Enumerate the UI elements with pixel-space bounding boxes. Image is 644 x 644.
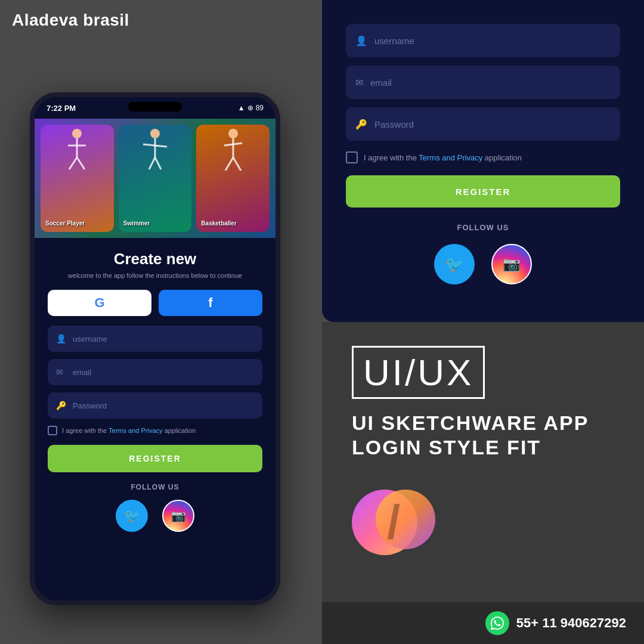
- banner-card-swimmer: Swimmer: [119, 125, 192, 232]
- zoomed-instagram-icon: 📷: [503, 256, 521, 273]
- zoomed-user-icon: 👤: [355, 35, 367, 47]
- svg-line-3: [69, 157, 77, 169]
- phone-banner: Soccer Player Swimmer: [35, 119, 275, 238]
- zoomed-username-field[interactable]: 👤 username: [346, 24, 620, 57]
- zoomed-email-field[interactable]: ✉ email: [346, 66, 620, 99]
- svg-line-9: [155, 157, 161, 169]
- banner-label-basketball: Basketballer: [201, 220, 236, 227]
- zoomed-twitter-button[interactable]: 🐦: [434, 244, 475, 284]
- zoomed-username-placeholder: username: [374, 36, 414, 46]
- svg-line-12: [224, 143, 242, 145]
- terms-checkbox[interactable]: [48, 426, 57, 435]
- banner-cards: Soccer Player Swimmer: [35, 119, 275, 238]
- zoomed-terms-checkbox[interactable]: [346, 151, 358, 163]
- whatsapp-number: 55+ 11 940627292: [516, 615, 626, 631]
- facebook-icon: f: [208, 295, 212, 311]
- app-title: UI SKETCHWARE APP LOGIN STYLE FIT: [352, 411, 614, 460]
- whatsapp-bar: 55+ 11 940627292: [322, 602, 644, 644]
- phone-notch: [128, 102, 182, 112]
- twitter-icon: 🐦: [124, 508, 140, 524]
- zoomed-password-field[interactable]: 🔑 Password: [346, 107, 620, 141]
- banner-card-soccer: Soccer Player: [41, 125, 114, 232]
- svg-line-7: [143, 144, 167, 147]
- user-icon: 👤: [56, 334, 67, 343]
- register-button[interactable]: REGISTER: [48, 445, 262, 472]
- phone-subtitle: welcome to the app follow the instructio…: [48, 272, 262, 279]
- username-placeholder: username: [73, 335, 107, 343]
- zoomed-email-icon: ✉: [355, 77, 363, 88]
- banner-label-soccer: Soccer Player: [45, 220, 85, 227]
- zoomed-terms-link[interactable]: Terms and Privacy: [419, 153, 482, 162]
- phone-mockup: 7:22 PM ▲ ⊕ 89: [30, 92, 280, 605]
- zoomed-follow-label: FOLLOW US: [346, 223, 620, 232]
- zoomed-twitter-icon: 🐦: [445, 255, 464, 274]
- signal-icon: ▲: [238, 104, 245, 112]
- social-login-buttons: G f: [48, 290, 262, 316]
- figure-soccer: [62, 128, 92, 175]
- brand-title: Aladeva brasil: [12, 11, 129, 30]
- whatsapp-icon: [485, 611, 509, 635]
- battery-icon: 89: [256, 104, 264, 112]
- figure-basketball: [218, 128, 248, 175]
- create-title: Create new: [48, 250, 262, 268]
- sketchware-logo: [352, 484, 435, 567]
- phone-time: 7:22 PM: [47, 104, 76, 113]
- banner-card-basketball: Basketballer: [196, 125, 270, 232]
- phone-status-icons: ▲ ⊕ 89: [238, 104, 264, 112]
- google-login-button[interactable]: G: [48, 290, 151, 316]
- instagram-icon: 📷: [171, 509, 186, 523]
- follow-us-label: FOLLOW US: [48, 483, 262, 491]
- email-placeholder: email: [73, 368, 91, 377]
- password-placeholder: Password: [73, 401, 107, 410]
- zoomed-terms-text: I agree with the Terms and Privacy appli…: [364, 153, 522, 162]
- svg-line-4: [77, 157, 85, 169]
- phone-frame: 7:22 PM ▲ ⊕ 89: [30, 92, 280, 605]
- figure-swimmer: [140, 128, 170, 175]
- password-field[interactable]: 🔑 Password: [48, 392, 262, 419]
- ui-ux-title: UI/UX: [363, 352, 473, 393]
- status-bar: 7:22 PM ▲ ⊕ 89: [35, 97, 275, 119]
- email-field[interactable]: ✉ email: [48, 359, 262, 385]
- banner-label-swimmer: Swimmer: [123, 220, 150, 227]
- whatsapp-svg: [491, 617, 504, 630]
- username-field[interactable]: 👤 username: [48, 326, 262, 352]
- logo-slash-overlay: [370, 484, 417, 561]
- google-icon: G: [94, 295, 104, 311]
- svg-line-14: [233, 157, 241, 171]
- phone-content: Create new welcome to the app follow the…: [35, 238, 275, 544]
- terms-row: I agree with the Terms and Privacy appli…: [48, 426, 262, 435]
- zoomed-password-placeholder: Password: [374, 119, 414, 129]
- wifi-icon: ⊕: [247, 104, 253, 112]
- ui-ux-badge: UI/UX: [352, 346, 485, 399]
- zoomed-instagram-button[interactable]: 📷: [491, 244, 532, 284]
- email-icon: ✉: [56, 367, 67, 377]
- key-icon: 🔑: [56, 401, 67, 410]
- zoomed-key-icon: 🔑: [355, 119, 367, 130]
- svg-line-8: [149, 157, 155, 169]
- zoomed-social-icons: 🐦 📷: [346, 244, 620, 284]
- bottom-right-section: UI/UX UI SKETCHWARE APP LOGIN STYLE FIT …: [322, 322, 644, 644]
- facebook-login-button[interactable]: f: [159, 290, 262, 316]
- zoomed-register-button[interactable]: REGISTER: [346, 175, 620, 208]
- zoomed-email-placeholder: email: [370, 78, 392, 88]
- zoomed-terms-row: I agree with the Terms and Privacy appli…: [346, 151, 620, 163]
- instagram-button[interactable]: 📷: [162, 500, 194, 532]
- zoomed-panel: 👤 username ✉ email 🔑 Password I agree wi…: [322, 0, 644, 322]
- terms-text: I agree with the Terms and Privacy appli…: [62, 427, 196, 434]
- svg-point-5: [150, 129, 160, 138]
- terms-link[interactable]: Terms and Privacy: [109, 427, 162, 434]
- svg-line-13: [225, 157, 233, 171]
- svg-point-10: [228, 129, 238, 138]
- svg-point-0: [72, 129, 82, 138]
- social-icons: 🐦 📷: [48, 500, 262, 532]
- twitter-button[interactable]: 🐦: [116, 500, 148, 532]
